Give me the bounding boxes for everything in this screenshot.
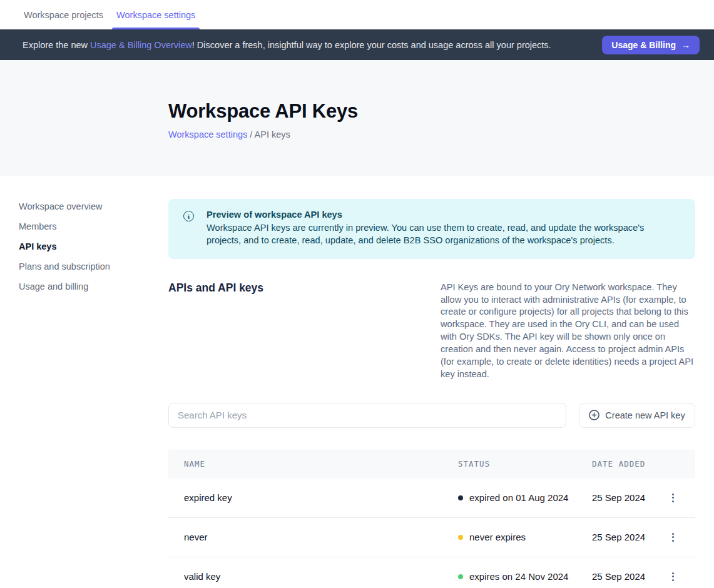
- sidebar-item-workspace-overview[interactable]: Workspace overview: [19, 201, 103, 212]
- tab-workspace-settings[interactable]: Workspace settings: [115, 0, 196, 29]
- status-text: expires on 24 Nov 2024: [469, 571, 568, 582]
- breadcrumb-workspace-settings-link[interactable]: Workspace settings: [168, 129, 247, 139]
- date-added: 25 Sep 2024: [592, 492, 660, 503]
- preview-info-alert: i Preview of workspace API keys Workspac…: [168, 199, 695, 259]
- status-cell: expired on 01 Aug 2024: [458, 492, 592, 503]
- status-text: expired on 01 Aug 2024: [469, 492, 568, 503]
- api-key-name: expired key: [184, 492, 458, 503]
- api-keys-toolbar: Create new API key: [168, 403, 695, 428]
- section-heading: APIs and API keys: [168, 281, 263, 381]
- settings-sidebar: Workspace overview Members API keys Plan…: [0, 176, 168, 588]
- status-dot: [458, 574, 463, 579]
- table-row: expired key expired on 01 Aug 2024 25 Se…: [168, 479, 695, 518]
- main-panel: i Preview of workspace API keys Workspac…: [168, 176, 695, 588]
- alert-body: Workspace API keys are currently in prev…: [207, 222, 680, 247]
- api-key-name: valid key: [184, 571, 458, 582]
- tab-workspace-projects[interactable]: Workspace projects: [23, 0, 105, 29]
- alert-title: Preview of workspace API keys: [207, 210, 680, 220]
- breadcrumb: Workspace settings / API keys: [168, 129, 714, 139]
- usage-billing-button-label: Usage & Billing: [611, 40, 676, 50]
- table-row: never never expires 25 Sep 2024: [168, 518, 695, 557]
- breadcrumb-separator: /: [250, 129, 252, 139]
- sidebar-item-plans-and-subscription[interactable]: Plans and subscription: [19, 261, 110, 272]
- sidebar-item-api-keys[interactable]: API keys: [19, 241, 56, 252]
- page-header: Workspace API Keys Workspace settings / …: [0, 60, 714, 176]
- table-row: valid key expires on 24 Nov 2024 25 Sep …: [168, 557, 695, 588]
- column-header-date-added: DATE ADDED: [592, 459, 660, 469]
- create-api-key-button[interactable]: Create new API key: [579, 403, 695, 428]
- promo-banner: Explore the new Usage & Billing Overview…: [0, 29, 714, 60]
- arrow-right-icon: →: [681, 40, 690, 50]
- status-cell: expires on 24 Nov 2024: [458, 571, 592, 582]
- status-text: never expires: [469, 532, 526, 542]
- banner-text: Explore the new Usage & Billing Overview…: [23, 40, 551, 50]
- usage-billing-button[interactable]: Usage & Billing →: [602, 36, 700, 54]
- top-navigation: Workspace projects Workspace settings: [0, 0, 714, 29]
- date-added: 25 Sep 2024: [592, 532, 660, 542]
- content-area: Workspace overview Members API keys Plan…: [0, 176, 714, 588]
- status-dot: [458, 495, 463, 500]
- table-header-row: NAME STATUS DATE ADDED: [168, 450, 695, 479]
- info-icon: i: [183, 211, 194, 221]
- page-title: Workspace API Keys: [168, 100, 714, 123]
- api-keys-table: NAME STATUS DATE ADDED expired key expir…: [168, 450, 695, 588]
- section-description: API Keys are bound to your Ory Network w…: [441, 281, 695, 381]
- plus-circle-icon: [589, 410, 599, 420]
- column-header-name: NAME: [184, 459, 458, 469]
- apis-section: APIs and API keys API Keys are bound to …: [168, 281, 695, 381]
- row-actions-menu-icon[interactable]: [668, 569, 678, 585]
- create-api-key-label: Create new API key: [605, 410, 685, 420]
- status-dot: [458, 535, 463, 540]
- search-input[interactable]: [168, 403, 566, 428]
- status-cell: never expires: [458, 532, 592, 542]
- sidebar-item-usage-and-billing[interactable]: Usage and billing: [19, 281, 88, 292]
- row-actions-menu-icon[interactable]: [668, 529, 678, 545]
- banner-text-after: ! Discover a fresh, insightful way to ex…: [192, 40, 551, 50]
- date-added: 25 Sep 2024: [592, 571, 660, 582]
- column-header-status: STATUS: [458, 459, 592, 469]
- api-key-name: never: [184, 532, 458, 542]
- sidebar-item-members[interactable]: Members: [19, 221, 56, 232]
- usage-billing-overview-link[interactable]: Usage & Billing Overview: [90, 40, 192, 50]
- row-actions-menu-icon[interactable]: [668, 490, 678, 506]
- alert-content: Preview of workspace API keys Workspace …: [207, 210, 680, 247]
- banner-text-before: Explore the new: [23, 40, 90, 50]
- breadcrumb-current: API keys: [255, 129, 290, 139]
